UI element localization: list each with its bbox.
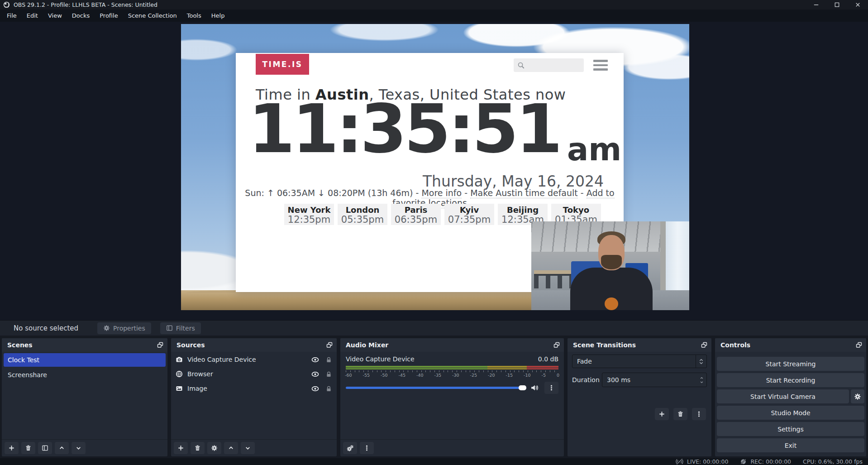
- source-item-video-capture[interactable]: Video Capture Device: [171, 353, 337, 366]
- source-item-image[interactable]: Image: [171, 382, 337, 395]
- spin-up-icon[interactable]: [699, 376, 704, 380]
- menu-tools[interactable]: Tools: [182, 10, 206, 22]
- scene-filters-button[interactable]: [38, 442, 52, 454]
- sources-toolbar: [171, 439, 337, 456]
- mixer-level-db: 0.0 dB: [538, 355, 558, 363]
- source-up-button[interactable]: [224, 442, 238, 454]
- mixer-body: Video Capture Device 0.0 dB -60-55 -50-4…: [340, 352, 564, 439]
- menu-scene-collection[interactable]: Scene Collection: [123, 10, 182, 22]
- lock-icon[interactable]: [325, 356, 332, 363]
- menu-profile[interactable]: Profile: [95, 10, 123, 22]
- start-recording-button[interactable]: Start Recording: [717, 373, 864, 387]
- controls-panel: Controls Start Streaming Start Recording…: [715, 338, 866, 456]
- mixer-toolbar: [340, 439, 564, 456]
- menu-edit[interactable]: Edit: [22, 10, 43, 22]
- lock-icon[interactable]: [325, 385, 332, 392]
- mixer-menu-button[interactable]: [360, 442, 374, 454]
- add-source-button[interactable]: [174, 442, 188, 454]
- spin-down-icon[interactable]: [699, 380, 704, 384]
- mixer-channel-name: Video Capture Device: [346, 355, 415, 363]
- close-button[interactable]: [847, 0, 868, 10]
- remove-scene-button[interactable]: [21, 442, 35, 454]
- start-streaming-button[interactable]: Start Streaming: [717, 357, 864, 371]
- duration-spinbox[interactable]: 300 ms: [602, 373, 707, 387]
- title-bar: OBS 29.1.2 - Profile: LLHLS BETA - Scene…: [0, 0, 868, 10]
- popout-icon[interactable]: [855, 341, 863, 349]
- visibility-eye-icon[interactable]: [311, 370, 319, 378]
- menu-help[interactable]: Help: [206, 10, 230, 22]
- image-icon: [176, 385, 183, 392]
- virtual-camera-settings-button[interactable]: [851, 389, 864, 403]
- scene-down-button[interactable]: [72, 442, 86, 454]
- menu-file[interactable]: File: [2, 10, 22, 22]
- time-digits: 11:35:51: [248, 96, 560, 163]
- speaker-icon[interactable]: [530, 384, 539, 392]
- mixer-channel-menu-button[interactable]: [544, 382, 558, 394]
- sources-header: Sources: [171, 338, 337, 352]
- visibility-eye-icon[interactable]: [311, 385, 319, 393]
- lock-icon[interactable]: [325, 371, 332, 378]
- stream-inactive-icon: [676, 458, 683, 465]
- scenes-panel: Scenes Clock Test Screenshare: [2, 338, 167, 456]
- mixer-header: Audio Mixer: [340, 338, 564, 352]
- webcam-furniture: [534, 270, 572, 288]
- volume-slider-handle[interactable]: [519, 385, 526, 390]
- properties-button[interactable]: Properties: [97, 322, 151, 334]
- settings-button[interactable]: Settings: [717, 422, 864, 436]
- scene-up-button[interactable]: [55, 442, 69, 454]
- webcam-person-beard: [601, 255, 622, 269]
- transitions-header: Scene Transitions: [568, 338, 711, 352]
- exit-button[interactable]: Exit: [717, 438, 864, 452]
- scene-item-clock-test[interactable]: Clock Test: [4, 353, 166, 367]
- make-default-link: Make Austin time default: [470, 188, 578, 198]
- controls-header: Controls: [715, 338, 866, 352]
- add-scene-button[interactable]: [5, 442, 19, 454]
- hamburger-menu-icon: [593, 60, 608, 71]
- advanced-audio-button[interactable]: [343, 442, 357, 454]
- volume-slider[interactable]: [346, 387, 526, 389]
- scenes-header: Scenes: [2, 338, 167, 352]
- status-bar: LIVE: 00:00:00 REC: 00:00:00 CPU: 0.6%, …: [0, 458, 868, 465]
- add-transition-button[interactable]: [655, 408, 669, 420]
- menu-bar: File Edit View Docks Profile Scene Colle…: [0, 10, 868, 22]
- popout-icon[interactable]: [326, 341, 333, 349]
- cpu-fps-stats: CPU: 0.6%, 30.00 fps: [803, 458, 863, 465]
- remove-transition-button[interactable]: [673, 408, 687, 420]
- start-virtual-camera-button[interactable]: Start Virtual Camera: [717, 389, 849, 403]
- scene-preview[interactable]: TIME.IS Time in Austin, Texas, United St…: [181, 24, 689, 310]
- studio-mode-button[interactable]: Studio Mode: [717, 406, 864, 420]
- source-toolbar: No source selected Properties Filters: [0, 320, 868, 336]
- source-status-text: No source selected: [14, 324, 88, 332]
- remove-source-button[interactable]: [191, 442, 205, 454]
- popout-icon[interactable]: [553, 341, 560, 349]
- time-ampm: am: [567, 137, 621, 163]
- scenes-list: Clock Test Screenshare: [2, 352, 167, 439]
- menu-docks[interactable]: Docks: [67, 10, 95, 22]
- gear-icon: [854, 393, 861, 400]
- timeis-search-box: [514, 58, 584, 72]
- webcam-shirt-graphic: [605, 297, 618, 310]
- filters-button[interactable]: Filters: [160, 322, 201, 334]
- scenes-toolbar: [2, 439, 167, 456]
- popout-icon[interactable]: [157, 341, 164, 349]
- source-properties-button[interactable]: [207, 442, 221, 454]
- menu-view[interactable]: View: [43, 10, 67, 22]
- visibility-eye-icon[interactable]: [311, 356, 319, 364]
- current-time: 11:35:51 am: [254, 96, 616, 163]
- source-item-browser[interactable]: Browser: [171, 367, 337, 381]
- source-down-button[interactable]: [241, 442, 255, 454]
- city-time-kyiv: Kyiv07:35pm: [444, 204, 494, 225]
- obs-logo-icon: [3, 1, 10, 8]
- record-inactive-icon: [740, 458, 747, 465]
- timeis-logo: TIME.IS: [256, 54, 309, 75]
- transitions-body: Fade Duration 300 ms: [568, 352, 711, 456]
- program-canvas: TIME.IS Time in Austin, Texas, United St…: [0, 22, 868, 320]
- rec-time: REC: 00:00:00: [750, 458, 791, 465]
- scene-item-screenshare[interactable]: Screenshare: [4, 368, 166, 382]
- webcam-overlay: [531, 221, 689, 310]
- transition-menu-button[interactable]: [692, 408, 706, 420]
- minimize-button[interactable]: [806, 0, 826, 10]
- transition-select[interactable]: Fade: [572, 355, 707, 368]
- popout-icon[interactable]: [701, 341, 708, 349]
- maximize-button[interactable]: [826, 0, 847, 10]
